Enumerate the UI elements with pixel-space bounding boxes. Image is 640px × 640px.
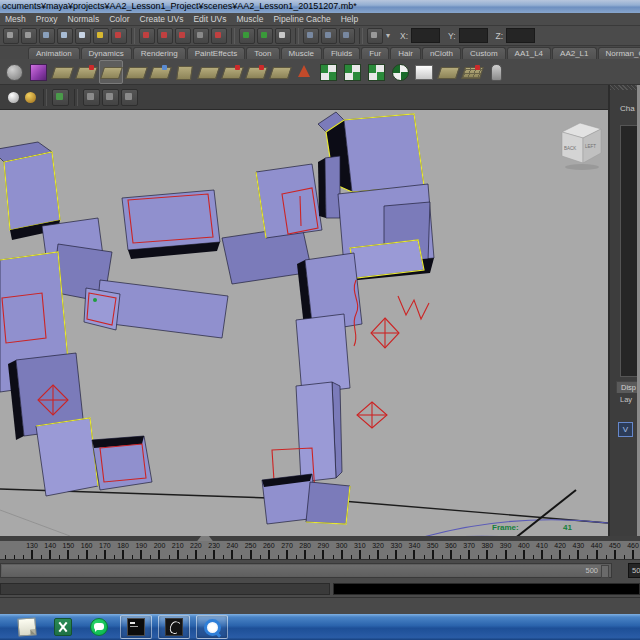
- menu-proxy[interactable]: Proxy: [31, 13, 63, 26]
- view-cube-left-face[interactable]: LEFT: [585, 144, 596, 149]
- poly-plane-selected-icon[interactable]: [99, 60, 123, 84]
- uv-unfold-icon[interactable]: [317, 61, 339, 83]
- coord-field-x[interactable]: [411, 28, 440, 43]
- shelf-tab-dynamics[interactable]: Dynamics: [81, 47, 132, 59]
- output-connections-icon[interactable]: [257, 28, 273, 44]
- menu-pipeline-cache[interactable]: Pipeline Cache: [268, 13, 335, 26]
- help-icon[interactable]: [75, 28, 91, 44]
- control-diamond-icon[interactable]: [371, 318, 399, 348]
- channel-box-menu[interactable]: Cha: [610, 90, 640, 117]
- selection-highlight-icon[interactable]: [52, 89, 69, 106]
- range-slider-bar[interactable]: 500: [2, 565, 602, 576]
- layer-visibility-toggle[interactable]: V: [618, 422, 633, 437]
- command-line-input[interactable]: [0, 583, 330, 595]
- shelf-tab-toon[interactable]: Toon: [246, 47, 279, 59]
- view-cube[interactable]: BACK LEFT: [562, 123, 601, 170]
- uv-layout-icon[interactable]: [365, 61, 387, 83]
- shelf-tab-aa2_l1[interactable]: AA2_L1: [552, 47, 596, 59]
- taskbar-item-maya[interactable]: [158, 615, 190, 639]
- timeline-tick: [413, 550, 415, 559]
- ipr-render-icon[interactable]: [321, 28, 337, 44]
- wireframe-on-shaded-icon[interactable]: [83, 89, 100, 106]
- sym-caret-icon[interactable]: ▾: [386, 31, 390, 40]
- taskbar-item-sticky-notes[interactable]: [12, 616, 42, 638]
- poly-plane-blue-icon[interactable]: [149, 61, 171, 83]
- shelf-tab-aa1_l4[interactable]: AA1_L4: [507, 47, 551, 59]
- view-cube-back-face[interactable]: BACK: [564, 146, 576, 151]
- viewport-3d-scene[interactable]: BACK LEFT Frame: 41: [0, 110, 608, 536]
- shelf-tab-fluids[interactable]: Fluids: [323, 47, 360, 59]
- range-slider-track[interactable]: 500: [0, 563, 612, 578]
- time-slider[interactable]: 1301401501601701801902002102202302402502…: [0, 536, 640, 560]
- sym-dropdown-icon[interactable]: [367, 28, 383, 44]
- menu-edit-uvs[interactable]: Edit UVs: [188, 13, 231, 26]
- range-end-handle[interactable]: [601, 565, 609, 578]
- taskbar-item-terminal[interactable]: [120, 615, 152, 639]
- snap-to-points-icon[interactable]: [175, 28, 191, 44]
- render-settings-icon[interactable]: [339, 28, 355, 44]
- snap-to-curves-icon[interactable]: [157, 28, 173, 44]
- poly-box-icon[interactable]: [173, 61, 195, 83]
- select-by-component-icon[interactable]: [39, 28, 55, 44]
- construction-history-icon[interactable]: [275, 28, 291, 44]
- poly-plane-red-icon[interactable]: [245, 61, 267, 83]
- taskbar-item-quicktime[interactable]: [196, 615, 228, 639]
- snap-to-view-planes-icon[interactable]: [211, 28, 227, 44]
- select-by-hierarchy-icon[interactable]: [3, 28, 19, 44]
- timeline-tick: [14, 555, 15, 559]
- poly-plane-red-icon[interactable]: [75, 61, 97, 83]
- poly-plane-icon[interactable]: [51, 61, 73, 83]
- taskbar-item-excel[interactable]: [48, 616, 78, 638]
- shelf-tab-ncloth[interactable]: nCloth: [422, 47, 461, 59]
- locator-cone-icon[interactable]: [293, 61, 315, 83]
- textured-material-icon[interactable]: [25, 92, 36, 103]
- poly-cube-icon[interactable]: [27, 61, 49, 83]
- poly-plane-red-icon[interactable]: [221, 61, 243, 83]
- range-slider[interactable]: 500 500: [0, 560, 640, 582]
- poly-plane-icon[interactable]: [437, 61, 459, 83]
- animation-end-field[interactable]: 500: [628, 563, 640, 578]
- poly-plane-icon[interactable]: [197, 61, 219, 83]
- snap-to-projected-center-icon[interactable]: [193, 28, 209, 44]
- menu-help[interactable]: Help: [336, 13, 363, 26]
- menu-create-uvs[interactable]: Create UVs: [135, 13, 189, 26]
- default-material-icon[interactable]: [8, 92, 19, 103]
- select-tool-icon[interactable]: [111, 28, 127, 44]
- timeline-tick: [150, 555, 151, 559]
- menu-color[interactable]: Color: [104, 13, 134, 26]
- coord-field-y[interactable]: [459, 28, 488, 43]
- window-title-bar[interactable]: ocuments¥maya¥projects¥AA2_Lesson1_Proje…: [0, 0, 640, 13]
- lattice-icon[interactable]: [461, 61, 483, 83]
- poly-plane-icon[interactable]: [125, 61, 147, 83]
- snap-to-grids-icon[interactable]: [139, 28, 155, 44]
- menu-muscle[interactable]: Muscle: [232, 13, 269, 26]
- character-rig-icon[interactable]: [485, 61, 507, 83]
- menu-mesh[interactable]: Mesh: [0, 13, 31, 26]
- render-current-frame-icon[interactable]: [303, 28, 319, 44]
- shelf-tab-custom[interactable]: Custom: [462, 47, 506, 59]
- uv-snapshot-icon[interactable]: [413, 61, 435, 83]
- shelf-tab-hair[interactable]: Hair: [390, 47, 421, 59]
- input-connections-icon[interactable]: [239, 28, 255, 44]
- coord-field-z[interactable]: [506, 28, 535, 43]
- menu-normals[interactable]: Normals: [63, 13, 105, 26]
- isolate-select-icon[interactable]: [121, 89, 138, 106]
- uv-checker-icon[interactable]: [389, 61, 411, 83]
- taskbar-item-line[interactable]: [84, 616, 114, 638]
- shelf-tab-fur[interactable]: Fur: [361, 47, 389, 59]
- control-diamond-icon[interactable]: [357, 402, 387, 428]
- highlight-selection-icon[interactable]: [57, 28, 73, 44]
- lock-icon[interactable]: [93, 28, 109, 44]
- shelf-tab-norman_custom[interactable]: Norman_Custom: [598, 47, 640, 59]
- poly-sphere-icon[interactable]: [3, 61, 25, 83]
- shelf-tab-rendering[interactable]: Rendering: [133, 47, 186, 59]
- shelf-tab-animation[interactable]: Animation: [28, 47, 80, 59]
- xray-display-icon[interactable]: [102, 89, 119, 106]
- shelf-tab-painteffects[interactable]: PaintEffects: [187, 47, 246, 59]
- select-by-object-icon[interactable]: [21, 28, 37, 44]
- shelf-tab-muscle[interactable]: Muscle: [281, 47, 322, 59]
- poly-plane-icon[interactable]: [269, 61, 291, 83]
- timeline-label: 140: [44, 542, 56, 549]
- uv-relax-icon[interactable]: [341, 61, 363, 83]
- timeline-frame-marker[interactable]: [192, 536, 218, 541]
